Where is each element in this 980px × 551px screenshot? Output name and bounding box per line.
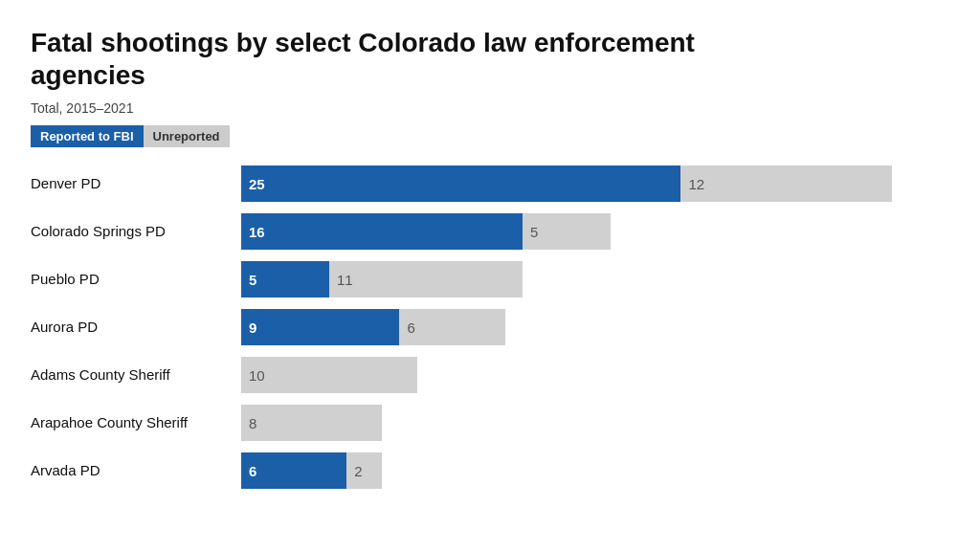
bar-reported: 25 [241,165,680,202]
bar-label: Adams County Sheriff [31,366,241,384]
bar-unreported: 12 [680,165,892,202]
bar-label: Arapahoe County Sheriff [31,414,241,431]
bars-container: 2512 [241,165,949,202]
bar-unreported: 6 [399,309,504,345]
legend: Reported to FBI Unreported [31,125,949,147]
bars-container: 8 [241,405,949,441]
bars-container: 96 [241,309,949,345]
legend-unreported: Unreported [144,125,230,147]
bar-unreported: 11 [329,261,523,298]
bar-label: Denver PD [31,175,241,192]
chart-title: Fatal shootings by select Colorado law e… [31,27,701,91]
table-row: Denver PD2512 [31,165,949,203]
bars-container: 511 [241,261,949,298]
table-row: Colorado Springs PD165 [31,212,949,251]
bars-container: 10 [241,357,949,393]
bar-label: Aurora PD [31,319,241,336]
table-row: Aurora PD96 [31,308,949,346]
table-row: Adams County Sheriff10 [31,356,949,394]
bars-container: 62 [241,452,949,489]
bar-unreported: 2 [346,452,382,489]
bars-container: 165 [241,213,949,250]
bar-unreported: 8 [241,405,382,441]
legend-reported: Reported to FBI [31,125,144,147]
table-row: Pueblo PD511 [31,260,949,298]
chart-area: Denver PD2512Colorado Springs PD165Puebl… [31,165,949,490]
bar-label: Arvada PD [31,462,241,479]
bar-unreported: 5 [523,213,611,250]
table-row: Arapahoe County Sheriff8 [31,404,949,442]
bar-unreported: 10 [241,357,417,393]
bar-label: Pueblo PD [31,271,241,288]
chart-subtitle: Total, 2015–2021 [31,100,949,116]
bar-reported: 9 [241,309,399,345]
table-row: Arvada PD62 [31,452,949,490]
bar-reported: 6 [241,452,346,489]
bar-label: Colorado Springs PD [31,223,241,240]
bar-reported: 5 [241,261,329,298]
bar-reported: 16 [241,213,523,250]
